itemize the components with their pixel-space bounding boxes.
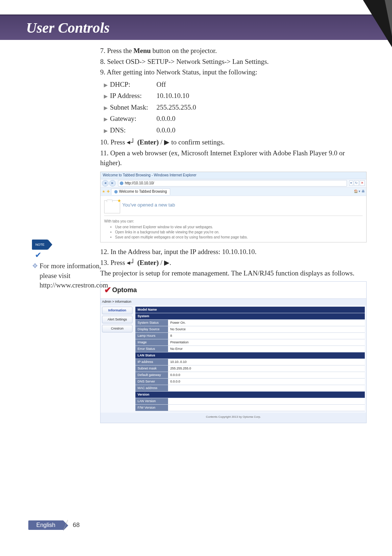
sidebar-note: NOTE ❖ For more information, please visi… bbox=[32, 240, 94, 290]
table-row: Error StatusNo Error bbox=[135, 346, 365, 352]
table-row: ImagePresentation bbox=[135, 339, 365, 346]
table-row: Default gateway0.0.0.0 bbox=[135, 372, 365, 378]
optoma-logo-row: ✔Optoma bbox=[101, 282, 366, 299]
sidebar-item-information[interactable]: Information bbox=[102, 307, 132, 314]
ie-back-button[interactable]: ◄ bbox=[102, 180, 109, 187]
ie-bullet-3: Save and open multiple webpages at once … bbox=[115, 235, 363, 240]
ie-window-title: Welcome to Tabbed Browsing - Windows Int… bbox=[101, 172, 366, 179]
ie-tabs-copy: With tabs you can: Use one Internet Expl… bbox=[104, 219, 363, 240]
step-8: 8. Select OSD-> SETUP-> Network Settings… bbox=[100, 57, 367, 67]
globe-icon bbox=[120, 181, 123, 185]
network-settings-list: ▶DHCP:Off ▶IP Address:10.10.10.10 ▶Subne… bbox=[104, 79, 367, 135]
setting-subnet: ▶Subnet Mask:255.255.255.0 bbox=[104, 102, 367, 113]
ie-dropdown[interactable]: ▾ bbox=[349, 180, 353, 186]
table-row: DNS Server0.0.0.0 bbox=[135, 379, 365, 385]
ie-bullet-2: Open links in a background tab while vie… bbox=[115, 230, 363, 235]
bullet-icon: ▶ bbox=[104, 105, 108, 112]
ie-tab[interactable]: Welcome to Tabbed Browsing bbox=[111, 188, 170, 195]
diamond-icon: ❖ bbox=[32, 261, 38, 290]
setting-dns: ▶DNS:0.0.0.0 bbox=[104, 125, 367, 135]
ie-refresh[interactable]: ↻ bbox=[354, 180, 359, 186]
globe-icon bbox=[114, 190, 118, 193]
ie-right-tools[interactable]: 🏠 ▾ 🖶 bbox=[354, 189, 365, 194]
sidebar-item-crestron[interactable]: Crestron bbox=[102, 325, 132, 332]
enter-left-icon: ◂┘ bbox=[127, 138, 137, 146]
ie-page-body: You've opened a new tab With tabs you ca… bbox=[101, 196, 366, 242]
table-row: MAC address bbox=[135, 385, 365, 392]
setting-ip: ▶IP Address:10.10.10.10 bbox=[104, 91, 367, 101]
ie-forward-button[interactable]: ► bbox=[109, 180, 116, 187]
add-favorite-icon[interactable]: ✚ bbox=[107, 189, 110, 195]
table-header-lan: LAN Status bbox=[135, 352, 365, 359]
step-13: 13. Press ◂┘ (Enter) / ▶. bbox=[100, 258, 367, 268]
step-7: 7. Press the Menu button on the projecto… bbox=[100, 46, 367, 56]
step-14: The projector is setup for remote manage… bbox=[100, 268, 367, 278]
page-footer: English 68 bbox=[28, 520, 79, 531]
table-header-model: Model Name bbox=[135, 307, 365, 313]
optoma-main: Model Name System System StatusPower On.… bbox=[135, 307, 365, 412]
table-row: Subnet mask255.255.255.0 bbox=[135, 365, 365, 372]
table-row: IP address10.10..0.10 bbox=[135, 359, 365, 365]
new-tab-icon bbox=[104, 200, 120, 213]
table-header-system: System bbox=[135, 313, 365, 319]
new-tab-text: You've opened a new tab bbox=[122, 200, 175, 209]
step-10: 10. Press ◂┘ (Enter) / ▶ to confirm sett… bbox=[100, 137, 367, 147]
setting-gateway: ▶Gateway:0.0.0.0 bbox=[104, 114, 367, 124]
note-badge: NOTE bbox=[32, 240, 48, 250]
ie-new-tab-banner: You've opened a new tab bbox=[104, 198, 363, 216]
bullet-icon: ▶ bbox=[104, 116, 108, 123]
optoma-info-table: Model Name System System StatusPower On.… bbox=[135, 307, 365, 412]
page-corner-fold bbox=[363, 0, 392, 47]
optoma-footer: Contents Copyright 2013 by Optoma Corp. bbox=[101, 413, 366, 423]
checkmark-icon bbox=[35, 251, 44, 258]
footer-language: English bbox=[28, 520, 63, 530]
note-text: ❖ For more information, please visit htt… bbox=[32, 261, 94, 290]
bullet-icon: ▶ bbox=[104, 127, 108, 135]
table-row: Display SourceNo Source bbox=[135, 326, 365, 332]
ie-address-row: ◄ ► http://10.10.10.10/ ▾ ↻ ✕ bbox=[101, 179, 366, 188]
optoma-breadcrumb: Admin > Information bbox=[101, 299, 366, 305]
table-header-version: Version bbox=[135, 392, 365, 398]
ie-address-bar[interactable]: http://10.10.10.10/ bbox=[118, 180, 347, 187]
ie-stop[interactable]: ✕ bbox=[360, 180, 365, 186]
optoma-sidebar: Information Alert Settings Crestron bbox=[102, 307, 132, 412]
enter-left-icon: ◂┘ bbox=[127, 259, 137, 266]
optoma-screenshot: ✔Optoma Admin > Information Information … bbox=[100, 281, 367, 423]
table-row: LAN Version bbox=[135, 398, 365, 405]
favorites-star-icon[interactable]: ★ bbox=[102, 189, 105, 195]
bullet-icon: ▶ bbox=[104, 82, 108, 89]
step-11: 11. Open a web browser (ex, Microsoft In… bbox=[100, 148, 367, 168]
table-row: System StatusPower On. bbox=[135, 319, 365, 326]
ie-screenshot: Welcome to Tabbed Browsing - Windows Int… bbox=[100, 172, 367, 242]
table-row: Lamp Hours8 bbox=[135, 332, 365, 339]
optoma-body: Information Alert Settings Crestron Mode… bbox=[101, 305, 366, 413]
setting-dhcp: ▶DHCP:Off bbox=[104, 79, 367, 90]
ie-bullet-1: Use one Internet Explorer window to view… bbox=[115, 225, 363, 230]
sidebar-item-alert-settings[interactable]: Alert Settings bbox=[102, 316, 132, 323]
step-9: 9. After getting into Network Status, in… bbox=[100, 67, 367, 77]
table-row: F/W Version bbox=[135, 405, 365, 411]
step-12: 12. In the Address bar, input the IP add… bbox=[100, 247, 367, 257]
ie-tab-bar: ★ ✚ Welcome to Tabbed Browsing 🏠 ▾ 🖶 bbox=[101, 188, 366, 196]
page-header: User Controls bbox=[0, 15, 392, 40]
page-title: User Controls bbox=[26, 19, 110, 36]
bullet-icon: ▶ bbox=[104, 93, 108, 100]
optoma-logo: ✔Optoma bbox=[104, 284, 363, 297]
main-content: 7. Press the Menu button on the projecto… bbox=[0, 40, 392, 423]
